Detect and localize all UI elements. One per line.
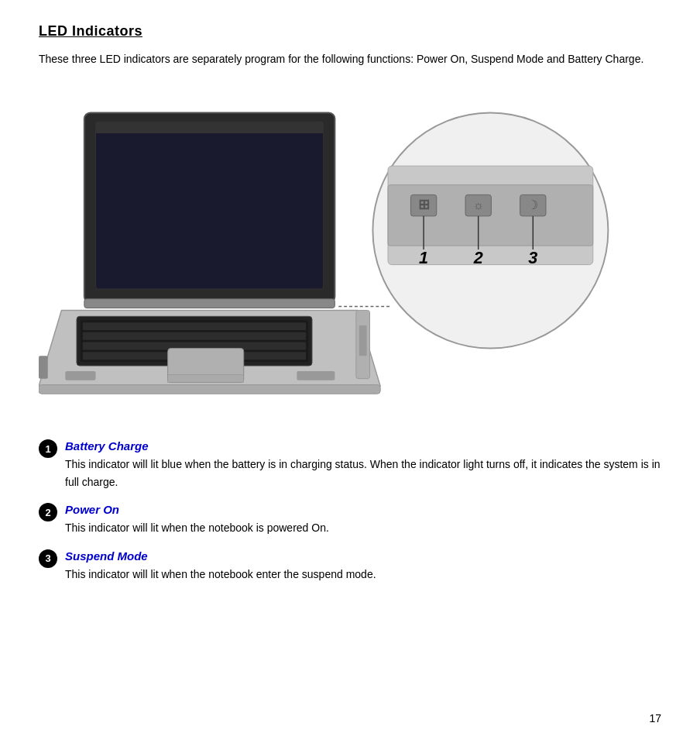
svg-text:1: 1 xyxy=(419,248,428,267)
svg-rect-2 xyxy=(96,122,324,134)
svg-rect-13 xyxy=(65,371,95,380)
item-number-1: 1 xyxy=(39,439,57,458)
svg-rect-15 xyxy=(39,356,48,379)
svg-rect-11 xyxy=(168,375,244,383)
battery-charge-title: Battery Charge xyxy=(65,439,661,453)
svg-text:2: 2 xyxy=(473,248,483,267)
svg-text:☽: ☽ xyxy=(527,198,538,212)
suspend-mode-title: Suspend Mode xyxy=(65,549,661,563)
led-items-list: 1 Battery Charge This indicator will lit… xyxy=(39,439,661,583)
laptop-diagram: ⊞ ☼ ☽ 1 2 3 xyxy=(39,83,661,416)
power-on-desc: This indicator will lit when the noteboo… xyxy=(65,519,661,536)
item-number-2: 2 xyxy=(39,503,57,521)
svg-rect-6 xyxy=(83,323,306,331)
svg-rect-7 xyxy=(83,332,306,340)
svg-rect-3 xyxy=(84,299,335,308)
item-number-3: 3 xyxy=(39,549,57,568)
svg-rect-12 xyxy=(39,385,380,394)
battery-charge-desc: This indicator will lit blue when the ba… xyxy=(65,456,661,490)
battery-charge-item: 1 Battery Charge This indicator will lit… xyxy=(39,439,661,490)
svg-rect-33 xyxy=(359,325,367,356)
suspend-mode-item: 3 Suspend Mode This indicator will lit w… xyxy=(39,549,661,583)
power-on-item: 2 Power On This indicator will lit when … xyxy=(39,503,661,536)
svg-text:⊞: ⊞ xyxy=(418,197,430,212)
svg-rect-1 xyxy=(96,122,324,290)
intro-paragraph: These three LED indicators are separatel… xyxy=(39,50,661,67)
svg-rect-14 xyxy=(297,371,335,380)
svg-text:3: 3 xyxy=(528,248,537,267)
suspend-mode-desc: This indicator will lit when the noteboo… xyxy=(65,566,661,583)
svg-text:☼: ☼ xyxy=(473,198,484,212)
power-on-title: Power On xyxy=(65,503,661,516)
page-title: LED Indicators xyxy=(39,23,661,40)
page-number: 17 xyxy=(649,712,661,725)
